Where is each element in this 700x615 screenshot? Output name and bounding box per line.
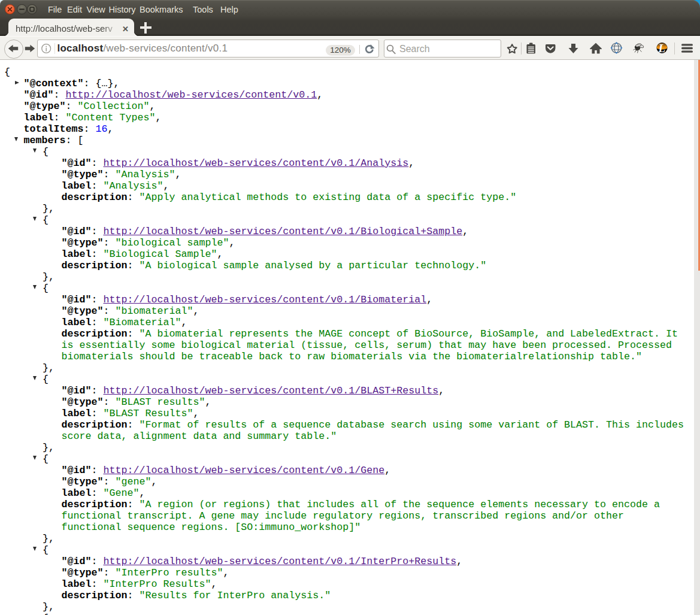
svg-text:L: L xyxy=(658,42,666,54)
